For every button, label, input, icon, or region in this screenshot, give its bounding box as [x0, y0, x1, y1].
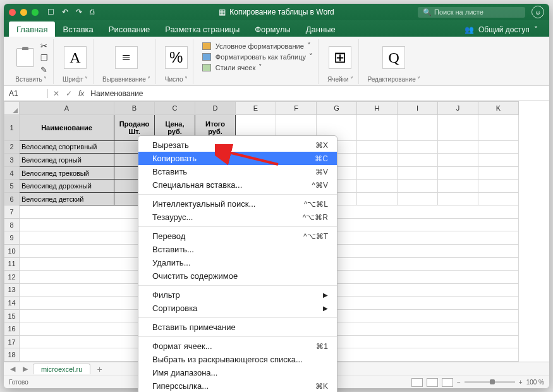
- conditional-formatting[interactable]: Условное форматирование ˅: [202, 40, 311, 51]
- cell[interactable]: [478, 180, 519, 193]
- tab-draw[interactable]: Рисование: [101, 21, 157, 37]
- user-menu[interactable]: ☺: [532, 6, 544, 18]
- ctx-clear[interactable]: Очистить содержимое: [138, 269, 337, 283]
- cell[interactable]: [357, 166, 398, 180]
- row-header[interactable]: 11: [4, 257, 20, 271]
- cell[interactable]: [438, 192, 478, 205]
- ctx-range-name[interactable]: Имя диапазона...: [138, 366, 337, 379]
- redo-icon[interactable]: ↷: [76, 8, 82, 16]
- cell[interactable]: Велосипед спортивный: [20, 140, 114, 154]
- confirm-formula-icon[interactable]: ✓: [66, 89, 72, 98]
- add-sheet[interactable]: +: [93, 364, 106, 374]
- col-header[interactable]: J: [438, 102, 478, 115]
- format-as-table[interactable]: Форматировать как таблицу ˅: [202, 51, 313, 62]
- cell[interactable]: Велосипед трековый: [20, 166, 114, 180]
- paste-button[interactable]: [14, 47, 37, 68]
- search-input[interactable]: 🔍 Поиск на листе: [418, 7, 525, 18]
- col-header[interactable]: D: [195, 102, 236, 115]
- tab-formulas[interactable]: Формулы: [247, 21, 298, 37]
- cut-icon[interactable]: ✂: [40, 41, 48, 51]
- ctx-filter[interactable]: Фильтр▶: [138, 288, 337, 302]
- cell[interactable]: [478, 114, 519, 140]
- cells-icon[interactable]: ⊞: [329, 46, 351, 69]
- cell[interactable]: [438, 140, 478, 154]
- number-icon[interactable]: %: [165, 46, 188, 69]
- maximize-window[interactable]: [32, 9, 39, 16]
- cell[interactable]: [398, 140, 438, 154]
- cell[interactable]: [478, 154, 519, 167]
- row-header[interactable]: 16: [4, 322, 20, 336]
- row-header[interactable]: 7: [4, 205, 20, 219]
- col-header[interactable]: F: [276, 102, 317, 115]
- row-header[interactable]: 5: [4, 180, 20, 193]
- col-header[interactable]: C: [155, 102, 195, 115]
- ctx-smart-lookup[interactable]: Интеллектуальный поиск...^⌥⌘L: [138, 197, 337, 211]
- share-button[interactable]: 👥 Общий доступ ˅: [458, 23, 544, 37]
- row-header[interactable]: 6: [4, 192, 20, 205]
- tab-insert[interactable]: Вставка: [55, 21, 100, 37]
- zoom-in[interactable]: +: [519, 379, 523, 386]
- col-header[interactable]: E: [236, 102, 276, 115]
- ctx-hyperlink[interactable]: Гиперссылка...⌘K: [138, 379, 337, 392]
- cell[interactable]: [357, 140, 398, 154]
- cell[interactable]: [478, 140, 519, 154]
- view-page-break[interactable]: [442, 378, 453, 387]
- row-header[interactable]: 17: [4, 335, 20, 348]
- cell[interactable]: [398, 154, 438, 167]
- col-header[interactable]: G: [317, 102, 357, 115]
- row-header[interactable]: 8: [4, 218, 20, 231]
- editing-icon[interactable]: Q: [382, 46, 405, 69]
- ctx-sort[interactable]: Сортировка▶: [138, 302, 337, 315]
- view-page-layout[interactable]: [427, 378, 438, 387]
- row-header[interactable]: 18: [4, 348, 20, 362]
- row-header[interactable]: 1: [4, 114, 20, 140]
- cell[interactable]: [438, 166, 478, 180]
- formula-input[interactable]: Наименование: [90, 89, 143, 98]
- save-icon[interactable]: ☐: [47, 8, 54, 16]
- format-painter-icon[interactable]: ✎: [40, 65, 48, 75]
- ctx-translate[interactable]: Перевод^⌥⌘T: [138, 230, 337, 243]
- sheet-tab[interactable]: microexcel.ru: [33, 364, 90, 374]
- col-header[interactable]: A: [20, 102, 114, 115]
- row-header[interactable]: 13: [4, 283, 20, 297]
- minimize-window[interactable]: [20, 9, 27, 16]
- ctx-paste[interactable]: Вставить⌘V: [138, 165, 337, 178]
- tab-home[interactable]: Главная: [9, 21, 55, 37]
- sheet-nav-prev[interactable]: ◀: [8, 365, 18, 373]
- ctx-cut[interactable]: Вырезать⌘X: [138, 138, 337, 152]
- ctx-insert-comment[interactable]: Вставить примечание: [138, 321, 337, 334]
- zoom-level[interactable]: 100 %: [526, 379, 544, 386]
- col-header[interactable]: I: [398, 102, 438, 115]
- col-header[interactable]: H: [357, 102, 398, 115]
- cell[interactable]: [398, 166, 438, 180]
- cell[interactable]: [438, 180, 478, 193]
- row-header[interactable]: 2: [4, 140, 20, 154]
- ctx-pick-dropdown[interactable]: Выбрать из раскрывающегося списка...: [138, 353, 337, 366]
- cell-styles[interactable]: Стили ячеек ˅: [202, 62, 263, 73]
- cell[interactable]: [357, 154, 398, 167]
- print-icon[interactable]: ⎙: [90, 8, 94, 16]
- row-header[interactable]: 15: [4, 309, 20, 322]
- cell[interactable]: [398, 114, 438, 140]
- ctx-paste-special[interactable]: Специальная вставка...^⌘V: [138, 178, 337, 192]
- cell[interactable]: [438, 114, 478, 140]
- ctx-format-cells[interactable]: Формат ячеек...⌘1: [138, 340, 337, 353]
- ctx-thesaurus[interactable]: Тезаурус...^⌥⌘R: [138, 211, 337, 224]
- name-box[interactable]: A1: [4, 89, 48, 98]
- font-icon[interactable]: A: [64, 46, 87, 69]
- row-header[interactable]: 3: [4, 154, 20, 167]
- undo-icon[interactable]: ↶: [62, 8, 68, 16]
- select-all-corner[interactable]: [4, 102, 20, 115]
- ctx-insert[interactable]: Вставить...: [138, 243, 337, 256]
- fx-icon[interactable]: fx: [78, 89, 84, 98]
- row-header[interactable]: 10: [4, 245, 20, 258]
- cell[interactable]: [398, 192, 438, 205]
- zoom-slider[interactable]: [465, 381, 515, 383]
- cell[interactable]: Наименование: [20, 114, 114, 140]
- zoom-out[interactable]: −: [457, 379, 461, 386]
- cell[interactable]: [398, 180, 438, 193]
- cell[interactable]: Велосипед дорожный: [20, 180, 114, 193]
- copy-icon[interactable]: ❐: [40, 53, 48, 63]
- row-header[interactable]: 9: [4, 231, 20, 245]
- close-window[interactable]: [9, 9, 16, 16]
